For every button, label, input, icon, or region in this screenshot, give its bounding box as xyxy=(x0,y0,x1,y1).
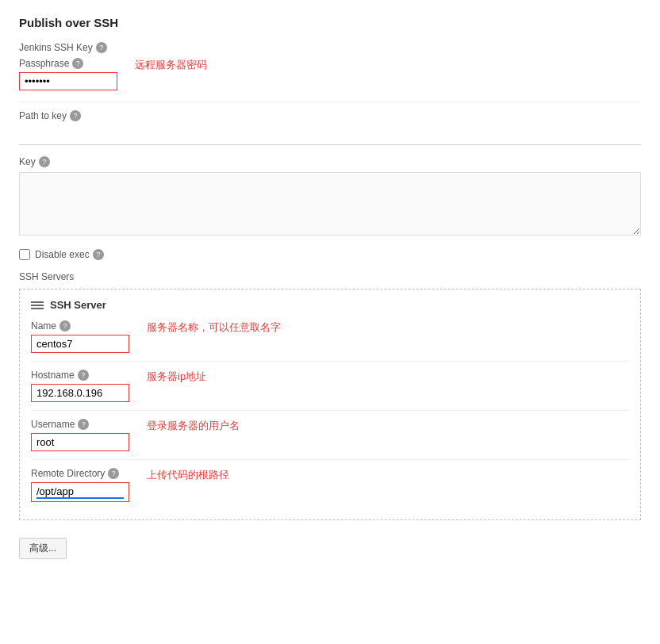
key-label: Key ? xyxy=(19,156,641,167)
disable-exec-row: Disable exec ? xyxy=(19,249,641,260)
key-textarea[interactable] xyxy=(19,172,641,236)
ssh-server-header-text: SSH Server xyxy=(50,299,106,311)
ssh-server-box: SSH Server Name ? 服务器名称，可以任意取名字 Hostname xyxy=(19,289,641,520)
drag-handle-icon[interactable] xyxy=(31,301,44,309)
server-name-group: Name ? 服务器名称，可以任意取名字 xyxy=(31,320,629,353)
hostname-box xyxy=(31,384,129,402)
disable-exec-label: Disable exec ? xyxy=(35,249,104,260)
remote-directory-input[interactable] xyxy=(36,485,124,499)
jenkins-ssh-key-label: Jenkins SSH Key ? xyxy=(19,42,641,53)
username-annotation: 登录服务器的用户名 xyxy=(147,419,240,433)
hostname-help-icon[interactable]: ? xyxy=(78,370,89,381)
remote-directory-help-icon[interactable]: ? xyxy=(108,468,119,479)
key-group: Key ? xyxy=(19,156,641,238)
server-name-help-icon[interactable]: ? xyxy=(59,320,71,332)
remote-directory-annotation: 上传代码的根路径 xyxy=(147,468,229,482)
hostname-group: Hostname ? 服务器ip地址 xyxy=(31,370,629,402)
disable-exec-label-text: Disable exec xyxy=(35,249,90,260)
username-label: Username ? xyxy=(31,419,129,430)
server-name-label-text: Name xyxy=(31,320,56,332)
ssh-servers-label: SSH Servers xyxy=(19,271,641,282)
divider-3 xyxy=(31,410,629,411)
key-help-icon[interactable]: ? xyxy=(39,156,50,167)
remote-directory-group: Remote Directory ? 上传代码的根路径 xyxy=(31,468,629,502)
hostname-label-text: Hostname xyxy=(31,370,75,381)
divider-4 xyxy=(31,459,629,460)
server-name-box xyxy=(31,335,129,353)
divider-2 xyxy=(31,361,629,362)
passphrase-box xyxy=(19,72,117,90)
username-label-text: Username xyxy=(31,419,75,430)
server-name-label: Name ? xyxy=(31,320,129,332)
username-input[interactable] xyxy=(36,436,124,448)
path-to-key-help-icon[interactable]: ? xyxy=(70,110,81,121)
passphrase-help-icon[interactable]: ? xyxy=(72,58,83,69)
passphrase-group: Passphrase ? 远程服务器密码 xyxy=(19,58,641,90)
jenkins-ssh-key-help-icon[interactable]: ? xyxy=(96,42,107,53)
divider-1 xyxy=(19,102,641,102)
remote-directory-label-text: Remote Directory xyxy=(31,468,105,479)
disable-exec-checkbox[interactable] xyxy=(19,249,30,260)
passphrase-label: Passphrase ? xyxy=(19,58,117,69)
page-title: Publish over SSH xyxy=(19,16,641,29)
path-to-key-label: Path to key ? xyxy=(19,110,641,121)
hostname-input[interactable] xyxy=(36,387,124,399)
username-group: Username ? 登录服务器的用户名 xyxy=(31,419,629,451)
disable-exec-help-icon[interactable]: ? xyxy=(93,249,104,260)
advanced-button[interactable]: 高级... xyxy=(19,538,67,559)
passphrase-annotation: 远程服务器密码 xyxy=(135,58,207,72)
passphrase-label-text: Passphrase xyxy=(19,58,69,69)
remote-directory-label: Remote Directory ? xyxy=(31,468,129,479)
ssh-server-header: SSH Server xyxy=(31,299,629,311)
hostname-annotation: 服务器ip地址 xyxy=(147,370,206,384)
path-to-key-group: Path to key ? xyxy=(19,110,641,145)
key-label-text: Key xyxy=(19,156,36,167)
username-help-icon[interactable]: ? xyxy=(78,419,89,430)
path-to-key-label-text: Path to key xyxy=(19,110,67,121)
path-to-key-input[interactable] xyxy=(19,126,641,145)
server-name-annotation: 服务器名称，可以任意取名字 xyxy=(147,320,281,335)
username-box xyxy=(31,433,129,451)
hostname-label: Hostname ? xyxy=(31,370,129,381)
server-name-input[interactable] xyxy=(36,338,124,350)
passphrase-input[interactable] xyxy=(25,75,112,87)
remote-directory-box xyxy=(31,482,129,502)
jenkins-ssh-key-text: Jenkins SSH Key xyxy=(19,42,93,53)
